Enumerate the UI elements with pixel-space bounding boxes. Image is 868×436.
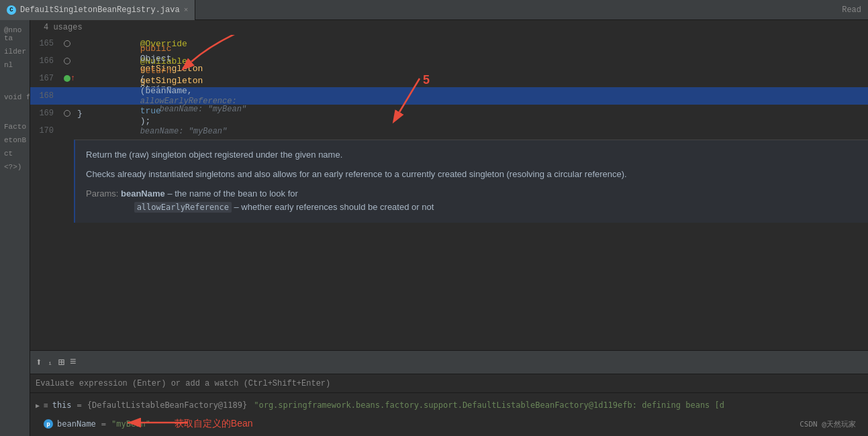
java-file-icon: C [7, 5, 16, 15]
tab-filename: DefaultSingletonBeanRegistry.java [20, 5, 180, 15]
line-number-170: 170 [30, 126, 60, 135]
editor-area[interactable]: 4 usages 165 @Override 166 [30, 20, 868, 436]
toolbar-icon-4[interactable]: ≡ [70, 356, 77, 368]
tab-bar: C DefaultSingletonBeanRegistry.java × Re… [0, 0, 868, 20]
usages-line: 4 usages [30, 20, 868, 35]
sidebar-item-8: etonB [0, 133, 30, 147]
line-number-169: 169 [30, 109, 60, 118]
variables-area: ▶ ≡ this = {DefaultListableBeanFactory@1… [30, 392, 868, 436]
toolbar-icon-2[interactable]: ᵢ [48, 357, 53, 368]
var-eq-this: = [77, 400, 82, 410]
keyword-return: return [140, 66, 177, 76]
gutter-icon-169 [64, 110, 70, 117]
sidebar-item-1: @nnota [0, 23, 30, 45]
param2-code: allowEarlyReference [134, 202, 232, 213]
paren-open-168: (beanName, [140, 86, 198, 96]
param2-desc: – whether early references should be cre… [234, 202, 434, 212]
var-name-beanname: beanName [57, 419, 96, 429]
code-line-168: 168 return getSingleton (beanName, allow… [30, 87, 868, 105]
var-type-this: {DefaultListableBeanFactory@1189} [87, 400, 247, 410]
line-gutter-165 [60, 40, 74, 47]
var-row-this: ▶ ≡ this = {DefaultListableBeanFactory@1… [30, 396, 868, 415]
docs-line2: Checks already instantiated singletons a… [86, 168, 857, 182]
var-value-this: "org.springframework.beans.factory.suppo… [254, 400, 724, 410]
readonly-label: Read [842, 5, 868, 15]
var-name-this: this [52, 400, 72, 410]
code-line-170: 170 [30, 122, 868, 140]
param1-name: beanName [121, 188, 165, 199]
docs-popup: Return the (raw) singleton object regist… [74, 140, 868, 223]
params-label: Params: [86, 188, 118, 199]
arrow-beanname-svg [114, 413, 195, 433]
line-gutter-169 [60, 110, 74, 117]
var-eq-beanname: = [101, 419, 106, 429]
code-lines: 165 @Override 166 @Nullable [30, 35, 868, 140]
evaluate-bar: Evaluate expression (Enter) or add a wat… [30, 374, 868, 392]
method-getsingleton-2: getSingleton [140, 76, 203, 86]
line-code-169: } [74, 109, 868, 119]
docs-text: Return the (raw) singleton object regist… [86, 148, 857, 215]
sidebar-item-3: nl [0, 58, 30, 72]
sidebar-item-4 [0, 85, 30, 91]
sidebar-item-10: <?>) [0, 160, 30, 174]
spaces-168 [140, 56, 182, 66]
main-area: @nnota ilder nl void f§ Facto etonB ct <… [0, 20, 868, 436]
line-number-167: 167 [30, 74, 60, 83]
file-tab[interactable]: C DefaultSingletonBeanRegistry.java × [0, 0, 195, 20]
var-icon-beanname: p [44, 419, 53, 429]
docs-params: Params: beanName – the name of the bean … [86, 187, 857, 215]
sidebar-item-2: ilder [0, 45, 30, 58]
code-line-169: 169 } [30, 105, 868, 122]
toolbar-icon-1[interactable]: ⬆ [36, 356, 42, 369]
line-gutter-166 [60, 58, 74, 64]
code-content[interactable]: 165 @Override 166 @Nullable [30, 35, 868, 350]
gutter-icon-167 [64, 75, 70, 82]
line-gutter-167 [60, 75, 74, 82]
equals-icon-this: ≡ [44, 401, 48, 410]
bottom-toolbar: ⬆ ᵢ ⊞ ≡ [30, 350, 868, 374]
toolbar-icon-3[interactable]: ⊞ [58, 356, 64, 369]
expand-icon-this[interactable]: ▶ [36, 402, 40, 409]
var-row-beanname: ▶ p beanName = "myBean" 获取自定义的B [30, 415, 868, 433]
sidebar-item-7: Facto [0, 120, 30, 133]
sidebar-item-5: void f§ [0, 91, 30, 104]
left-sidebar: @nnota ilder nl void f§ Facto etonB ct <… [0, 20, 30, 436]
gutter-icon-166 [64, 58, 70, 64]
param1-desc: – the name of the bean to look for [167, 188, 297, 199]
gutter-icon-165 [64, 40, 70, 47]
sidebar-item-9: ct [0, 147, 30, 160]
docs-line1: Return the (raw) singleton object regist… [86, 148, 857, 162]
line-number-165: 165 [30, 39, 60, 48]
line-number-168: 168 [30, 91, 60, 101]
beanname-arrow-container: 获取自定义的Bean [168, 418, 253, 430]
line-number-166: 166 [30, 56, 60, 66]
sidebar-item-6 [0, 115, 30, 120]
evaluate-text: Evaluate expression (Enter) or add a wat… [36, 379, 330, 388]
csdn-label: CSDN @天然玩家 [800, 419, 863, 429]
tab-close-button[interactable]: × [184, 6, 189, 14]
